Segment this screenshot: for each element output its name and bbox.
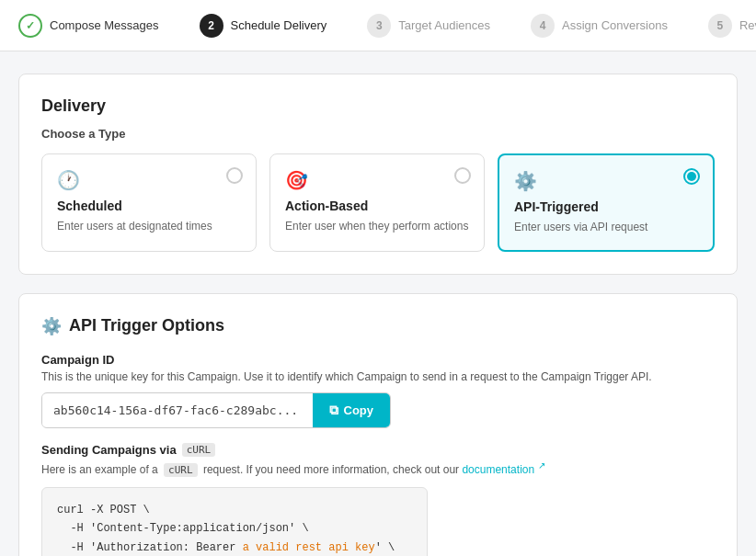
nav-step-schedule-label: Schedule Delivery	[231, 18, 327, 32]
copy-button-label: Copy	[344, 403, 374, 417]
step-circle-audiences: 3	[367, 14, 391, 38]
top-nav: ✓ Compose Messages 2 Schedule Delivery 3…	[0, 0, 756, 51]
nav-step-conversions[interactable]: 4 Assign Conversions	[514, 0, 684, 51]
code-block: curl -X POST \ -H 'Content-Type:applicat…	[41, 487, 428, 556]
nav-step-schedule[interactable]: 2 Schedule Delivery	[183, 0, 344, 51]
api-triggered-desc: Enter users via API request	[514, 220, 698, 235]
api-section-header: ⚙️ API Trigger Options	[41, 316, 715, 336]
api-triggered-title: API-Triggered	[514, 199, 698, 214]
doc-link[interactable]: documentation ↗	[462, 463, 544, 476]
api-section-icon: ⚙️	[41, 316, 62, 336]
sending-via-row: Sending Campaigns via cURL	[41, 443, 715, 457]
action-based-icon: 🎯	[285, 169, 469, 191]
nav-step-review[interactable]: 5 Review Summary	[692, 0, 756, 51]
radio-scheduled[interactable]	[226, 167, 243, 184]
scheduled-title: Scheduled	[57, 199, 241, 213]
radio-action-based[interactable]	[454, 167, 471, 184]
api-triggered-icon: ⚙️	[514, 170, 698, 192]
option-action-based[interactable]: 🎯 Action-Based Enter user when they perf…	[269, 153, 485, 252]
scheduled-icon: 🕐	[57, 169, 241, 191]
code-line-3: -H 'Authorization: Bearer a valid rest a…	[57, 539, 412, 556]
scheduled-desc: Enter users at designated times	[57, 219, 241, 234]
step-circle-review: 5	[708, 14, 732, 38]
option-scheduled[interactable]: 🕐 Scheduled Enter users at designated ti…	[41, 153, 257, 252]
sending-desc: Here is an example of a cURL request. If…	[41, 460, 715, 476]
sending-via-label: Sending Campaigns via	[41, 443, 177, 457]
doc-link-label: documentation	[462, 463, 534, 476]
campaign-id-input[interactable]	[42, 394, 313, 426]
nav-step-compose-label: Compose Messages	[50, 18, 159, 32]
api-section-title: API Trigger Options	[69, 316, 224, 335]
campaign-id-label: Campaign ID	[41, 353, 715, 367]
curl-inline-badge: cURL	[164, 463, 198, 477]
delivery-title: Delivery	[41, 96, 715, 116]
option-api-triggered[interactable]: ⚙️ API-Triggered Enter users via API req…	[498, 153, 715, 252]
sending-desc-post: request. If you need more information, c…	[203, 463, 459, 476]
radio-api-triggered[interactable]	[683, 168, 700, 185]
campaign-id-desc: This is the unique key for this Campaign…	[41, 370, 715, 383]
action-based-title: Action-Based	[285, 199, 469, 213]
code-line-2: -H 'Content-Type:application/json' \	[57, 519, 412, 538]
step-circle-conversions: 4	[531, 14, 555, 38]
step-circle-compose: ✓	[18, 14, 42, 38]
copy-button[interactable]: ⧉ Copy	[313, 393, 391, 427]
code-line-1: curl -X POST \	[57, 501, 412, 519]
action-based-desc: Enter user when they perform actions	[285, 219, 469, 234]
delivery-options: 🕐 Scheduled Enter users at designated ti…	[41, 153, 715, 252]
nav-step-review-label: Review Summary	[739, 18, 756, 32]
nav-step-audiences-label: Target Audiences	[398, 18, 490, 32]
delivery-card: Delivery Choose a Type 🕐 Scheduled Enter…	[18, 74, 738, 275]
copy-icon: ⧉	[329, 403, 338, 418]
api-trigger-card: ⚙️ API Trigger Options Campaign ID This …	[18, 293, 738, 556]
nav-step-conversions-label: Assign Conversions	[562, 18, 668, 32]
curl-badge: cURL	[182, 443, 216, 457]
main-content: Delivery Choose a Type 🕐 Scheduled Enter…	[0, 51, 756, 556]
nav-step-compose[interactable]: ✓ Compose Messages	[18, 0, 176, 51]
nav-step-audiences[interactable]: 3 Target Audiences	[350, 0, 507, 51]
step-circle-schedule: 2	[200, 14, 223, 38]
sending-desc-pre: Here is an example of a	[41, 463, 158, 476]
external-link-icon: ↗	[538, 460, 545, 471]
choose-type-label: Choose a Type	[41, 127, 715, 141]
campaign-id-row: ⧉ Copy	[41, 392, 391, 428]
